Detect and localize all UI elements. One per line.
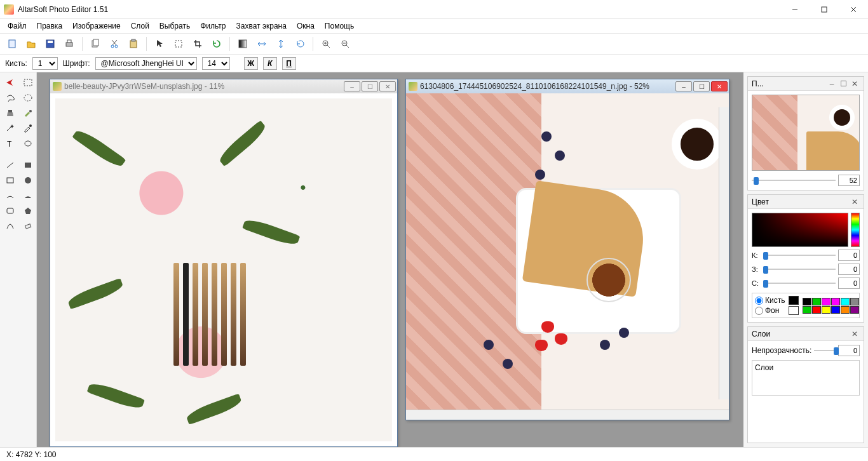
menu-filter[interactable]: Фильтр <box>195 20 231 32</box>
doc-right-titlebar[interactable]: 61304806_174445106902524_811010616822410… <box>406 79 729 93</box>
hue-bar[interactable] <box>851 213 860 247</box>
color-field[interactable] <box>752 213 848 247</box>
doc-left-titlebar[interactable]: belle-beauty-JPvy3rrWSeM-unsplash.jpg - … <box>50 79 397 93</box>
green-slider[interactable] <box>763 265 836 274</box>
swatch[interactable] <box>841 306 850 314</box>
preview-panel-min[interactable]: – <box>827 79 837 88</box>
filled-rect-tool[interactable] <box>20 159 36 171</box>
roundrect-tool[interactable] <box>3 204 18 217</box>
preview-zoom-value[interactable]: 52 <box>838 175 860 186</box>
doc-right-canvas[interactable] <box>406 93 729 410</box>
save-button[interactable] <box>42 36 58 52</box>
ellipse-hollow-tool[interactable] <box>20 137 36 150</box>
swatch[interactable] <box>831 298 840 305</box>
menu-layer[interactable]: Слой <box>126 20 154 32</box>
doc-right-vscroll[interactable] <box>719 107 729 399</box>
zoom-in-button[interactable] <box>318 36 334 52</box>
ellipse-select-tool[interactable] <box>20 91 36 104</box>
refresh-button[interactable] <box>208 36 225 52</box>
doc-left-close-button[interactable]: ✕ <box>379 81 396 91</box>
doc-right-close-button[interactable]: ✕ <box>711 81 728 91</box>
swatch[interactable] <box>803 306 811 314</box>
rect-select-tool[interactable] <box>20 76 36 89</box>
menu-select[interactable]: Выбрать <box>154 20 195 32</box>
wand-tool[interactable] <box>3 122 18 135</box>
gradient-button[interactable] <box>234 36 251 52</box>
eraser-tool[interactable] <box>20 220 36 232</box>
copy-button[interactable] <box>87 36 104 52</box>
arrow-tool[interactable] <box>3 76 18 89</box>
swatch[interactable] <box>812 298 821 305</box>
italic-button[interactable]: К <box>263 57 277 70</box>
preview-zoom-slider[interactable] <box>752 176 836 185</box>
swatch[interactable] <box>822 298 831 305</box>
menu-windows[interactable]: Окна <box>292 20 320 32</box>
flip-v-button[interactable] <box>273 36 289 52</box>
menu-help[interactable]: Помощь <box>320 20 359 32</box>
document-window-right[interactable]: 61304806_174445106902524_811010616822410… <box>405 79 729 420</box>
swatch[interactable] <box>822 306 831 314</box>
preview-panel-max[interactable]: ☐ <box>838 79 848 88</box>
menu-file[interactable]: Файл <box>3 20 32 32</box>
doc-left-canvas[interactable] <box>50 93 397 446</box>
document-window-left[interactable]: belle-beauty-JPvy3rrWSeM-unsplash.jpg - … <box>50 79 398 447</box>
rect-outline-tool[interactable] <box>3 174 18 187</box>
swatch[interactable] <box>812 306 821 314</box>
pointer-tool-button[interactable] <box>151 36 168 52</box>
blue-slider[interactable] <box>763 279 836 288</box>
opacity-value[interactable]: 0 <box>838 345 860 356</box>
preview-thumbnail[interactable] <box>752 95 860 171</box>
close-button[interactable] <box>839 0 868 19</box>
swatch[interactable] <box>831 306 840 314</box>
cut-button[interactable] <box>106 36 123 52</box>
layers-panel-close[interactable]: ✕ <box>850 330 860 338</box>
red-slider[interactable] <box>763 251 836 260</box>
swatch[interactable] <box>850 298 859 305</box>
maximize-button[interactable] <box>810 0 839 19</box>
bold-button[interactable]: Ж <box>244 57 258 70</box>
line-tool[interactable] <box>3 159 18 171</box>
swatch[interactable] <box>850 306 859 314</box>
brush-color-radio[interactable]: Кисть <box>755 296 785 305</box>
preview-panel-close[interactable]: ✕ <box>850 79 860 88</box>
font-select[interactable]: @Microsoft JhengHei UI Ligh <box>95 57 197 70</box>
eyedropper-tool[interactable] <box>20 122 36 135</box>
swatch[interactable] <box>803 298 811 305</box>
paste-button[interactable] <box>125 36 142 52</box>
doc-right-min-button[interactable]: – <box>675 81 692 91</box>
brush-size-select[interactable]: 1 <box>32 57 58 70</box>
print-button[interactable] <box>61 36 78 52</box>
menu-image[interactable]: Изображение <box>67 20 126 32</box>
curve-tool[interactable] <box>3 220 18 232</box>
arc-tool[interactable] <box>3 189 18 202</box>
bg-color-radio[interactable]: Фон <box>755 306 785 315</box>
green-value[interactable]: 0 <box>838 264 860 275</box>
lasso-tool[interactable] <box>3 91 18 104</box>
text-tool[interactable]: T <box>3 137 18 150</box>
flip-h-button[interactable] <box>254 36 270 52</box>
color-panel-close[interactable]: ✕ <box>850 197 860 206</box>
red-value[interactable]: 0 <box>838 250 860 261</box>
clone-stamp-tool[interactable] <box>3 107 18 119</box>
new-file-button[interactable] <box>4 36 20 52</box>
polygon-tool[interactable] <box>20 204 36 217</box>
blue-value[interactable]: 0 <box>838 277 860 289</box>
doc-left-min-button[interactable]: – <box>344 81 360 91</box>
minimize-button[interactable] <box>780 0 810 19</box>
brush-tool[interactable] <box>20 107 36 119</box>
marquee-tool-button[interactable] <box>170 36 187 52</box>
opacity-slider[interactable] <box>814 346 836 355</box>
rotate-button[interactable] <box>292 36 308 52</box>
swatch[interactable] <box>841 298 850 305</box>
zoom-out-button[interactable] <box>337 36 353 52</box>
doc-left-max-button[interactable]: ☐ <box>362 81 378 91</box>
doc-right-hscroll[interactable] <box>406 410 729 420</box>
layers-list[interactable]: Слои <box>752 360 860 396</box>
underline-button[interactable]: П <box>282 57 296 70</box>
filled-circle-tool[interactable] <box>20 174 36 187</box>
font-size-select[interactable]: 14 <box>202 57 230 70</box>
menu-capture[interactable]: Захват экрана <box>231 20 292 32</box>
menu-edit[interactable]: Правка <box>32 20 68 32</box>
doc-right-max-button[interactable]: ☐ <box>693 81 710 91</box>
open-file-button[interactable] <box>23 36 39 52</box>
